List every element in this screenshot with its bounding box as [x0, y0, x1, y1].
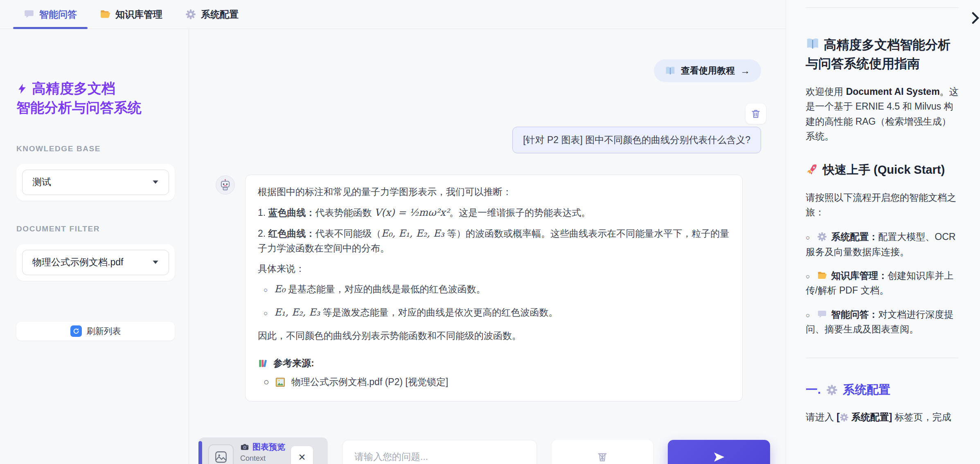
assistant-message-row: 根据图中的标注和常见的量子力学图形表示，我们可以推断： 1. 蓝色曲线：代表势能… — [216, 175, 761, 401]
step-knowledge-base: ○知识库管理：创建知识库并上传/解析 PDF 文档。 — [806, 268, 959, 298]
context-chip: 图表预览 Context Locked × — [198, 437, 328, 464]
folder-icon — [817, 271, 827, 280]
refresh-icon — [70, 325, 82, 337]
assistant-bullet: ○E₁, E₂, E₃ 等是激发态能量，对应的曲线是依次更高的红色波函数。 — [264, 305, 730, 320]
qa-content: 查看使用教程 → 高精度多文档 智能分析与问答系统 KNOWLEDGE BASE… — [0, 29, 786, 464]
gear-icon — [826, 384, 838, 396]
energy-levels-formula: E₀, E₁, E₂, E₃ — [381, 228, 444, 239]
app-title-line2: 智能分析与问答系统 — [16, 100, 142, 115]
tutorial-label: 查看使用教程 — [681, 65, 735, 77]
reference-source-text: 物理公式示例文档.pdf (P2) [视觉锁定] — [291, 375, 448, 390]
context-locked-label: Context Locked — [240, 454, 288, 464]
send-button[interactable] — [668, 440, 770, 464]
question-input-wrap — [342, 440, 537, 464]
assistant-intro: 根据图中的标注和常见的量子力学图形表示，我们可以推断： — [258, 185, 730, 199]
tab-label: 知识库管理 — [115, 8, 162, 21]
tab-system-config[interactable]: 系统配置 — [174, 0, 250, 29]
question-input[interactable] — [343, 440, 536, 464]
composer-bar: 图表预览 Context Locked × — [198, 437, 769, 464]
chat-area: [针对 P2 图表] 图中不同颜色的曲线分别代表什么含义? 根据图中的标注和常见… — [189, 29, 786, 464]
section-one-body: 请进入 [ 系统配置] 标签页，完成 — [806, 410, 959, 424]
view-tutorial-button[interactable]: 查看使用教程 → — [654, 59, 761, 82]
tab-smart-qa[interactable]: 智能问答 — [12, 0, 88, 29]
gear-icon — [185, 9, 196, 20]
arrow-right-icon: → — [740, 65, 750, 76]
assistant-message: 根据图中的标注和常见的量子力学图形表示，我们可以推断： 1. 蓝色曲线：代表势能… — [245, 175, 743, 401]
books-icon — [258, 358, 268, 369]
tab-bar: 智能问答 知识库管理 系统配置 — [0, 0, 786, 29]
potential-formula: V(x) = ½mω²x² — [374, 207, 449, 218]
circle-bullet-marker: ○ — [264, 286, 268, 294]
lightning-bolt-icon — [16, 83, 28, 94]
assistant-point-blue-curve: 1. 蓝色曲线：代表势能函数 V(x) = ½mω²x²。这是一维谐振子的势能表… — [258, 205, 730, 220]
clear-input-button[interactable] — [552, 440, 653, 464]
knowledge-base-card: 测试 — [16, 164, 175, 201]
speech-bubble-icon — [24, 9, 34, 20]
open-book-icon — [806, 37, 820, 51]
tab-label: 系统配置 — [201, 8, 239, 21]
caret-down-icon — [152, 180, 159, 184]
circle-bullet-marker: ○ — [264, 375, 269, 390]
knowledge-base-value: 测试 — [32, 176, 51, 188]
circle-bullet-marker: ○ — [264, 309, 268, 317]
guide-title: 高精度多文档智能分析与问答系统使用指南 — [806, 36, 959, 73]
folder-icon — [100, 9, 110, 20]
section-one-heading: 一. 系统配置 — [806, 382, 959, 398]
user-message: [针对 P2 图表] 图中不同颜色的曲线分别代表什么含义? — [512, 127, 761, 153]
caret-down-icon — [152, 260, 159, 265]
document-filter-select[interactable]: 物理公式示例文档.pdf — [22, 250, 169, 275]
quick-start-intro: 请按照以下流程开启您的智能文档之旅： — [806, 190, 959, 220]
camera-icon — [240, 443, 249, 452]
send-arrow-icon — [712, 451, 725, 464]
tab-label: 智能问答 — [39, 8, 77, 21]
main-column: 智能问答 知识库管理 系统配置 查看使用教程 → — [0, 0, 786, 464]
refresh-list-button[interactable]: 刷新列表 — [16, 322, 175, 341]
framed-picture-icon — [275, 377, 286, 388]
collapse-panel-button[interactable] — [968, 11, 980, 25]
usage-guide-panel: 高精度多文档智能分析与问答系统使用指南 欢迎使用 Document AI Sys… — [786, 0, 980, 464]
assistant-point-red-curve: 2. 红色曲线：代表不同能级（E₀, E₁, E₂, E₃ 等）的波函数或概率幅… — [258, 226, 730, 256]
speech-bubble-icon — [817, 309, 827, 319]
refresh-label: 刷新列表 — [87, 325, 121, 337]
close-icon[interactable]: × — [291, 446, 313, 464]
quick-start-steps: ○系统配置：配置大模型、OCR 服务及向量数据库连接。 ○知识库管理：创建知识库… — [806, 229, 959, 336]
document-filter-value: 物理公式示例文档.pdf — [32, 256, 123, 269]
robot-avatar-icon — [216, 175, 235, 195]
knowledge-base-label: KNOWLEDGE BASE — [16, 144, 175, 153]
detail-label: 具体来说： — [258, 262, 730, 276]
image-placeholder-icon — [208, 444, 234, 464]
trash-icon — [750, 108, 761, 119]
context-chip-text: 图表预览 Context Locked — [240, 442, 288, 464]
wastebasket-icon — [596, 451, 608, 463]
quick-start-heading: 快速上手 (Quick Start) — [806, 161, 959, 178]
app-title-line1: 高精度多文档 — [32, 81, 115, 96]
app-title: 高精度多文档 智能分析与问答系统 — [16, 79, 175, 117]
circle-bullet-marker: ○ — [806, 312, 810, 319]
delete-conversation-button[interactable] — [746, 103, 766, 124]
reference-source-item[interactable]: ○ 物理公式示例文档.pdf (P2) [视觉锁定] — [264, 375, 730, 390]
document-filter-card: 物理公式示例文档.pdf — [16, 244, 175, 281]
guide-welcome: 欢迎使用 Document AI System。这是一个基于 ERNIE 4.5… — [806, 84, 959, 143]
circle-bullet-marker: ○ — [806, 273, 810, 280]
reference-heading: 参考来源: — [258, 356, 730, 371]
knowledge-base-select[interactable]: 测试 — [22, 170, 169, 195]
gear-icon — [817, 232, 827, 242]
tab-knowledge-base[interactable]: 知识库管理 — [88, 0, 174, 29]
circle-bullet-marker: ○ — [806, 234, 810, 242]
chevron-right-icon — [968, 11, 980, 25]
rocket-icon — [806, 164, 818, 176]
assistant-conclusion: 因此，不同颜色的曲线分别表示势能函数和不同能级的波函数。 — [258, 329, 730, 343]
open-book-icon — [665, 65, 676, 76]
divider — [806, 358, 959, 358]
step-system-config: ○系统配置：配置大模型、OCR 服务及向量数据库连接。 — [806, 229, 959, 259]
gear-icon — [840, 413, 849, 422]
assistant-bullet: ○E₀ 是基态能量，对应的曲线是最低的红色波函数。 — [264, 282, 730, 297]
step-smart-qa: ○智能问答：对文档进行深度提问、摘要生成及图表查阅。 — [806, 307, 959, 337]
context-chip-accent-bar — [198, 441, 202, 464]
sidebar: 高精度多文档 智能分析与问答系统 KNOWLEDGE BASE 测试 DOCUM… — [0, 29, 189, 464]
document-filter-label: DOCUMENT FILTER — [16, 224, 175, 233]
divider — [806, 7, 959, 8]
chart-preview-title: 图表预览 — [240, 442, 288, 453]
